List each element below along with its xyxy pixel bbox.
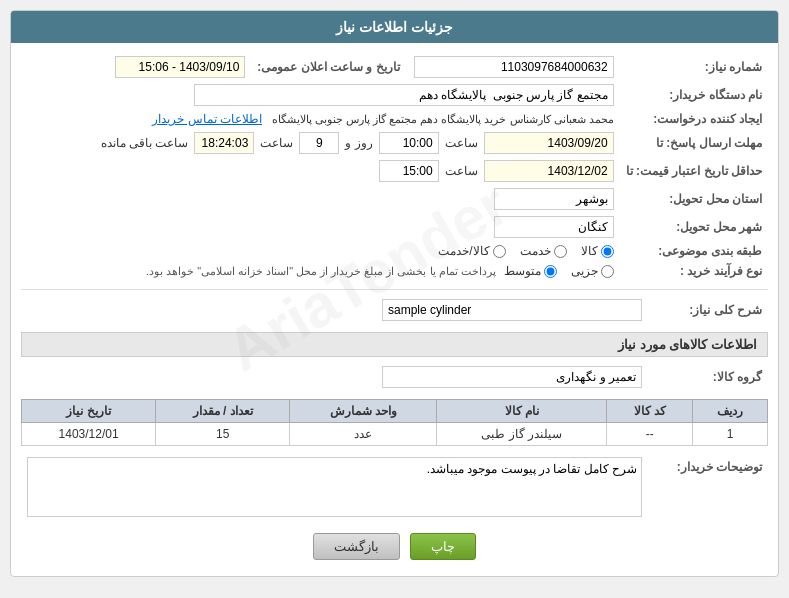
radio-motovaset[interactable]: متوسط [504, 264, 557, 278]
tozih-textarea[interactable]: شرح کامل تقاضا در پیوست موجود میباشد. [27, 457, 642, 517]
tarikh-saat-label: تاریخ و ساعت اعلان عمومی: [251, 53, 407, 81]
action-buttons: چاپ بازگشت [21, 533, 768, 560]
cell-tedad: 15 [156, 423, 290, 446]
radio-kala-khedmat[interactable]: کالا/خدمت [438, 244, 505, 258]
cell-kod: -- [607, 423, 693, 446]
ostan-label: استان محل تحویل: [620, 185, 768, 213]
tarikh-saat-input[interactable] [115, 56, 245, 78]
radio-khedmat[interactable]: خدمت [520, 244, 567, 258]
btn-chap[interactable]: چاپ [410, 533, 476, 560]
col-tarikh: تاریخ نیاز [22, 400, 156, 423]
saat-mandeye-input[interactable] [194, 132, 254, 154]
tabaqe-label: طبقه بندی موضوعی: [620, 241, 768, 261]
rooz-label: روز و [345, 136, 372, 150]
ijad-label: ایجاد کننده درخواست: [620, 109, 768, 129]
goods-table: ردیف کد کالا نام کالا واحد شمارش تعداد /… [21, 399, 768, 446]
cell-radif: 1 [693, 423, 768, 446]
hadaqal-saat-input[interactable] [379, 160, 439, 182]
ijad-value: محمد شعبانی کارشناس خرید پالایشگاه دهم م… [272, 113, 614, 125]
col-radif: ردیف [693, 400, 768, 423]
mandeye-label: ساعت باقی مانده [101, 136, 189, 150]
hadaqal-saat-label: ساعت [445, 164, 478, 178]
cell-vahed: عدد [290, 423, 437, 446]
tarikh-ersal-input[interactable] [484, 132, 614, 154]
saat-mandeye-label: ساعت [260, 136, 293, 150]
sharh-koli-label: شرح کلی نیاز: [648, 296, 768, 324]
shahr-input[interactable] [494, 216, 614, 238]
farayand-note: پرداخت تمام یا بخشی از مبلغ خریدار از مح… [146, 265, 496, 278]
nam-dastgah-input[interactable] [194, 84, 614, 106]
col-vahed: واحد شمارش [290, 400, 437, 423]
page-title: جزئیات اطلاعات نیاز [336, 19, 453, 35]
rooz-input[interactable] [299, 132, 339, 154]
saat-ersal-input[interactable] [379, 132, 439, 154]
sharh-koli-input[interactable] [382, 299, 642, 321]
nam-dastgah-label: نام دستگاه خریدار: [620, 81, 768, 109]
group-kala-label: گروه کالا: [648, 363, 768, 391]
cell-nam: سیلندر گاز طبی [437, 423, 607, 446]
shomare-niaz-label: شماره نیاز: [620, 53, 768, 81]
col-kod: کد کالا [607, 400, 693, 423]
section-title: اطلاعات کالاهای مورد نیاز [21, 332, 768, 357]
table-row: 1 -- سیلندر گاز طبی عدد 15 1403/12/01 [22, 423, 768, 446]
shahr-label: شهر محل تحویل: [620, 213, 768, 241]
nov-farayand-label: نوع فرآیند خرید : [620, 261, 768, 281]
group-kala-input[interactable] [382, 366, 642, 388]
radio-jozi[interactable]: جزیی [571, 264, 614, 278]
col-tedad: تعداد / مقدار [156, 400, 290, 423]
tozih-label: توضیحات خریدار: [648, 454, 768, 523]
shomare-niaz-input[interactable] [414, 56, 614, 78]
ostan-input[interactable] [494, 188, 614, 210]
col-nam: نام کالا [437, 400, 607, 423]
mohlat-label: مهلت ارسال پاسخ: تا [620, 129, 768, 157]
cell-tarikh: 1403/12/01 [22, 423, 156, 446]
hadaqal-tarikh-input[interactable] [484, 160, 614, 182]
ijad-link[interactable]: اطلاعات تماس خریدار [152, 112, 262, 126]
saat-label: ساعت [445, 136, 478, 150]
page-header: جزئیات اطلاعات نیاز [11, 11, 778, 43]
radio-kala[interactable]: کالا [581, 244, 614, 258]
hadaqal-label: حداقل تاریخ اعتبار قیمت: تا [620, 157, 768, 185]
btn-bazgasht[interactable]: بازگشت [313, 533, 400, 560]
